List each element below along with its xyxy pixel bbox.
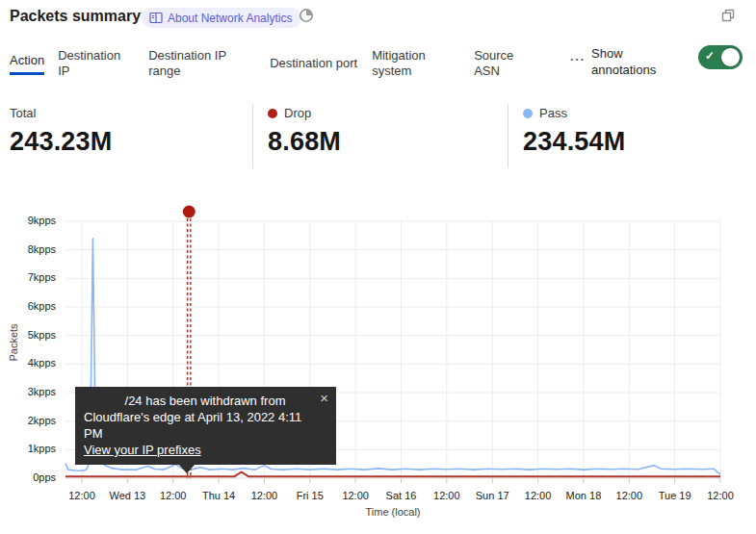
stat-label: Pass — [539, 106, 567, 120]
annotation-tooltip: /24 has been withdrawn from Cloudflare's… — [75, 387, 336, 465]
open-in-new-window-icon[interactable] — [719, 7, 737, 24]
dimension-tabs: ActionDestination IPDestination IP range… — [10, 42, 549, 85]
tab-destination-ip[interactable]: Destination IP — [58, 48, 135, 79]
stat-divider — [252, 104, 253, 168]
tooltip-arrow — [178, 464, 196, 473]
y-tick-label: 1kpps — [0, 443, 56, 454]
show-annotations-label: Show annotations — [591, 45, 676, 78]
annotation-marker-icon — [183, 206, 196, 218]
book-icon — [149, 12, 163, 24]
y-tick-label: 9kpps — [0, 215, 56, 226]
x-tick-label: 12:00 — [691, 490, 749, 501]
show-annotations-toggle[interactable]: ✓ — [698, 45, 743, 69]
stat-total: Total243.23M — [10, 106, 112, 157]
y-tick-label: 5kpps — [0, 329, 56, 341]
tab-source-asn[interactable]: Source ASN — [474, 48, 535, 79]
tab-action[interactable]: Action — [10, 53, 44, 75]
stat-value: 243.23M — [10, 127, 112, 157]
data-freshness-icon — [299, 8, 314, 23]
widget-header: Packets summary About Network Analytics — [0, 0, 756, 38]
page-title: Packets summary — [10, 8, 141, 25]
y-tick-label: 8kpps — [0, 243, 56, 255]
stat-value: 234.54M — [523, 127, 625, 157]
series-drop-line — [65, 472, 720, 477]
check-icon: ✓ — [705, 49, 715, 63]
y-tick-label: 4kpps — [0, 357, 56, 369]
pass-legend-dot — [523, 109, 533, 118]
y-tick-label: 3kpps — [0, 386, 56, 397]
y-tick-label: 2kpps — [0, 415, 56, 426]
tab-destination-port[interactable]: Destination port — [270, 56, 358, 71]
y-tick-label: 6kpps — [0, 300, 56, 312]
tab-destination-ip-range[interactable]: Destination IP range — [148, 48, 256, 79]
tooltip-line1: /24 has been withdrawn from — [84, 393, 317, 409]
y-tick-label: 0pps — [0, 471, 56, 483]
stat-divider — [508, 104, 508, 168]
y-tick-label: 7kpps — [0, 271, 56, 283]
stat-label: Drop — [284, 106, 311, 120]
more-tabs-icon[interactable]: ⋯ — [569, 50, 586, 68]
view-ip-prefixes-link[interactable]: View your IP prefixes — [84, 442, 201, 458]
stat-value: 8.68M — [268, 127, 341, 157]
stat-pass: Pass234.54M — [523, 106, 625, 157]
badge-label: About Network Analytics — [168, 12, 292, 25]
tooltip-line2: Cloudflare's edge at April 13, 2022 4:11… — [84, 409, 317, 442]
stat-label: Total — [10, 106, 36, 120]
close-icon[interactable]: × — [318, 388, 330, 408]
about-network-analytics-link[interactable]: About Network Analytics — [142, 8, 301, 28]
packets-chart[interactable]: Packets Time (local) 0pps1kpps2kpps3kpps… — [0, 205, 756, 534]
tab-mitigation-system[interactable]: Mitigation system — [372, 48, 460, 79]
toggle-knob — [720, 47, 741, 67]
stat-drop: Drop8.68M — [268, 106, 341, 157]
drop-legend-dot — [268, 109, 277, 118]
